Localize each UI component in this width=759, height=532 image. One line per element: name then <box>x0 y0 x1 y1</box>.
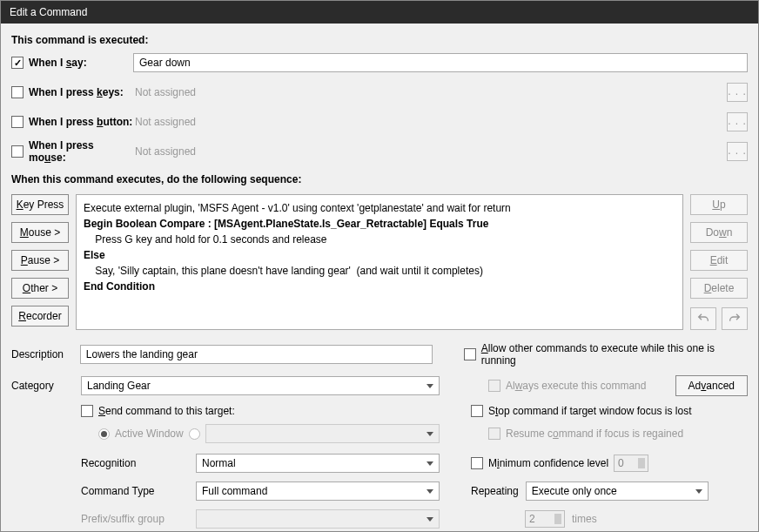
trigger-keys-row: When I press keys: Not assigned . . . <box>11 83 748 102</box>
trigger-button-row: When I press button: Not assigned . . . <box>11 112 748 131</box>
trigger-keys-value: Not assigned <box>133 86 196 98</box>
trigger-keys-checkbox[interactable] <box>11 86 24 98</box>
redo-icon <box>728 312 742 326</box>
sequence-line[interactable]: Press G key and hold for 0.1 seconds and… <box>84 232 675 247</box>
trigger-say-checkbox[interactable] <box>11 57 24 69</box>
times-label: times <box>572 513 597 525</box>
command-type-combo[interactable]: Full command <box>196 481 440 501</box>
sequence-line[interactable]: Say, 'Silly captain, this plane doesn't … <box>84 263 675 279</box>
triggers-heading: This command is executed: <box>11 34 748 46</box>
trigger-mouse-value: Not assigned <box>133 145 196 158</box>
category-combo[interactable]: Landing Gear <box>81 376 440 395</box>
titlebar: Edit a Command <box>1 1 758 24</box>
trigger-button-checkbox[interactable] <box>11 116 24 128</box>
trigger-button-value: Not assigned <box>133 116 196 128</box>
repeating-label: Repeating <box>471 485 519 497</box>
sequence-line[interactable]: Begin Boolean Compare : [MSAgent.PlaneSt… <box>84 216 675 232</box>
min-confidence-checkbox[interactable] <box>471 457 483 469</box>
min-confidence-label: Minimum confidence level <box>488 457 608 469</box>
trigger-say-input[interactable] <box>133 53 748 72</box>
sequence-heading: When this command executes, do the follo… <box>11 173 748 185</box>
down-button[interactable]: Down <box>690 222 748 243</box>
recorder-button[interactable]: Recorder <box>11 306 69 327</box>
trigger-button-browse-button[interactable]: . . . <box>727 112 748 131</box>
trigger-mouse-browse-button[interactable]: . . . <box>727 142 748 161</box>
times-spinner: 2 <box>525 510 565 528</box>
resume-focus-checkbox <box>488 428 500 440</box>
target-combo <box>205 424 440 443</box>
trigger-say-label: When I say: <box>29 57 133 69</box>
command-type-label: Command Type <box>81 485 189 497</box>
sequence-area: Key Press Mouse > Pause > Other > Record… <box>11 194 748 330</box>
sequence-line[interactable]: Execute external plugin, 'MSFS Agent - v… <box>84 200 675 216</box>
resume-focus-label: Resume command if focus is regained <box>506 428 683 440</box>
delete-button[interactable]: Delete <box>690 278 748 299</box>
dialog-content: This command is executed: When I say: Wh… <box>1 24 758 532</box>
trigger-keys-label: When I press keys: <box>29 86 133 98</box>
description-label: Description <box>11 348 73 360</box>
undo-button[interactable] <box>690 307 716 330</box>
edit-button[interactable]: Edit <box>690 250 748 271</box>
stop-focus-checkbox[interactable] <box>471 405 483 417</box>
other-target-radio <box>189 428 200 440</box>
allow-other-checkbox[interactable] <box>464 348 476 360</box>
category-label: Category <box>11 380 74 392</box>
sequence-left-buttons: Key Press Mouse > Pause > Other > Record… <box>11 194 69 330</box>
sequence-right-buttons: Up Down Edit Delete <box>690 194 748 330</box>
trigger-mouse-checkbox[interactable] <box>11 145 24 158</box>
min-confidence-spinner: 0 <box>614 455 648 472</box>
prefix-combo <box>196 509 440 529</box>
trigger-mouse-label: When I press mouse: <box>29 139 133 164</box>
sequence-line[interactable]: Else <box>84 247 675 263</box>
up-button[interactable]: Up <box>690 194 748 215</box>
send-target-checkbox[interactable] <box>81 405 93 417</box>
always-execute-label: Always execute this command <box>506 380 646 392</box>
active-window-label: Active Window <box>115 428 184 440</box>
recognition-label: Recognition <box>81 457 189 469</box>
trigger-keys-browse-button[interactable]: . . . <box>727 83 748 102</box>
pause-button[interactable]: Pause > <box>11 250 69 271</box>
recognition-combo[interactable]: Normal <box>196 454 440 473</box>
send-target-label: Send command to this target: <box>98 405 235 417</box>
redo-button[interactable] <box>722 307 748 330</box>
description-input[interactable] <box>80 345 433 364</box>
sequence-line[interactable]: End Condition <box>84 279 675 294</box>
always-execute-checkbox <box>488 380 500 392</box>
edit-command-dialog: Edit a Command This command is executed:… <box>0 0 759 532</box>
trigger-say-row: When I say: <box>11 53 748 72</box>
keypress-button[interactable]: Key Press <box>11 194 69 215</box>
advanced-button[interactable]: Advanced <box>675 375 748 396</box>
trigger-button-label: When I press button: <box>29 116 133 128</box>
active-window-radio <box>98 428 110 440</box>
other-button[interactable]: Other > <box>11 278 69 299</box>
undo-icon <box>696 312 710 326</box>
prefix-label: Prefix/suffix group <box>81 513 189 525</box>
repeating-combo[interactable]: Execute only once <box>526 481 709 501</box>
stop-focus-label: Stop command if target window focus is l… <box>488 405 691 417</box>
mouse-button[interactable]: Mouse > <box>11 222 69 243</box>
window-title: Edit a Command <box>10 6 87 18</box>
allow-other-label: Allow other commands to execute while th… <box>481 342 748 367</box>
trigger-mouse-row: When I press mouse: Not assigned . . . <box>11 142 748 161</box>
sequence-list[interactable]: Execute external plugin, 'MSFS Agent - v… <box>76 194 683 330</box>
